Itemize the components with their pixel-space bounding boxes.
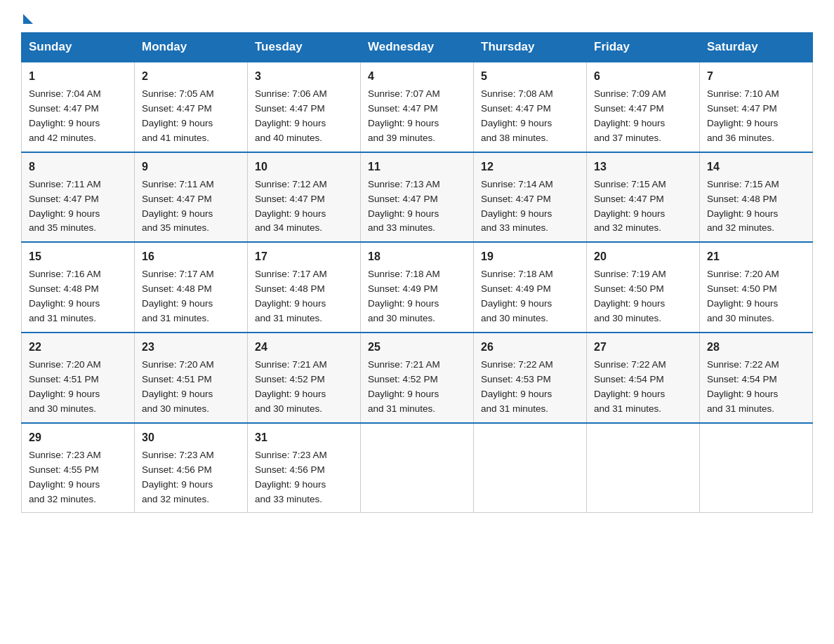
day-number: 25 [368, 339, 466, 356]
calendar-cell: 10Sunrise: 7:12 AMSunset: 4:47 PMDayligh… [248, 152, 361, 243]
day-number: 8 [29, 159, 127, 175]
calendar-cell [587, 423, 700, 513]
calendar-cell: 1Sunrise: 7:04 AMSunset: 4:47 PMDaylight… [22, 62, 135, 152]
day-number: 16 [142, 248, 240, 265]
day-number: 19 [481, 248, 579, 265]
calendar-cell: 31Sunrise: 7:23 AMSunset: 4:56 PMDayligh… [248, 423, 361, 513]
logo-triangle-icon [23, 14, 33, 24]
header-thursday: Thursday [474, 33, 587, 62]
day-info: Sunrise: 7:17 AMSunset: 4:48 PMDaylight:… [142, 269, 214, 323]
calendar-cell: 19Sunrise: 7:18 AMSunset: 4:49 PMDayligh… [474, 242, 587, 333]
calendar-cell: 13Sunrise: 7:15 AMSunset: 4:47 PMDayligh… [587, 152, 700, 243]
day-info: Sunrise: 7:07 AMSunset: 4:47 PMDaylight:… [368, 88, 440, 143]
calendar-cell: 12Sunrise: 7:14 AMSunset: 4:47 PMDayligh… [474, 152, 587, 243]
calendar-cell: 6Sunrise: 7:09 AMSunset: 4:47 PMDaylight… [587, 62, 700, 152]
header-sunday: Sunday [22, 33, 135, 62]
header-tuesday: Tuesday [248, 33, 361, 62]
day-info: Sunrise: 7:20 AMSunset: 4:51 PMDaylight:… [29, 359, 101, 414]
day-info: Sunrise: 7:21 AMSunset: 4:52 PMDaylight:… [255, 359, 327, 414]
day-number: 6 [594, 68, 692, 85]
header-row: SundayMondayTuesdayWednesdayThursdayFrid… [22, 33, 813, 62]
calendar-cell: 20Sunrise: 7:19 AMSunset: 4:50 PMDayligh… [587, 242, 700, 333]
day-number: 30 [142, 429, 240, 446]
calendar-cell [700, 423, 813, 513]
week-row-5: 29Sunrise: 7:23 AMSunset: 4:55 PMDayligh… [22, 423, 813, 513]
day-info: Sunrise: 7:10 AMSunset: 4:47 PMDaylight:… [707, 88, 779, 143]
day-info: Sunrise: 7:04 AMSunset: 4:47 PMDaylight:… [29, 88, 101, 143]
day-number: 21 [707, 248, 805, 265]
day-info: Sunrise: 7:22 AMSunset: 4:54 PMDaylight:… [594, 359, 666, 414]
week-row-3: 15Sunrise: 7:16 AMSunset: 4:48 PMDayligh… [22, 242, 813, 333]
day-number: 5 [481, 68, 579, 85]
calendar-cell: 11Sunrise: 7:13 AMSunset: 4:47 PMDayligh… [361, 152, 474, 243]
calendar-cell: 17Sunrise: 7:17 AMSunset: 4:48 PMDayligh… [248, 242, 361, 333]
day-number: 26 [481, 339, 579, 356]
calendar-cell: 2Sunrise: 7:05 AMSunset: 4:47 PMDaylight… [135, 62, 248, 152]
day-number: 12 [481, 159, 579, 175]
day-info: Sunrise: 7:23 AMSunset: 4:56 PMDaylight:… [255, 450, 327, 504]
day-info: Sunrise: 7:13 AMSunset: 4:47 PMDaylight:… [368, 179, 440, 234]
day-number: 22 [29, 339, 127, 356]
calendar-cell: 18Sunrise: 7:18 AMSunset: 4:49 PMDayligh… [361, 242, 474, 333]
day-number: 4 [368, 68, 466, 85]
day-info: Sunrise: 7:18 AMSunset: 4:49 PMDaylight:… [368, 269, 440, 323]
day-number: 3 [255, 68, 353, 85]
calendar-cell: 8Sunrise: 7:11 AMSunset: 4:47 PMDaylight… [22, 152, 135, 243]
day-info: Sunrise: 7:12 AMSunset: 4:47 PMDaylight:… [255, 179, 327, 234]
calendar-cell: 27Sunrise: 7:22 AMSunset: 4:54 PMDayligh… [587, 333, 700, 423]
day-number: 9 [142, 159, 240, 175]
calendar-cell: 14Sunrise: 7:15 AMSunset: 4:48 PMDayligh… [700, 152, 813, 243]
day-number: 20 [594, 248, 692, 265]
day-number: 15 [29, 248, 127, 265]
page-header [21, 14, 813, 20]
day-info: Sunrise: 7:05 AMSunset: 4:47 PMDaylight:… [142, 88, 214, 143]
calendar-cell: 5Sunrise: 7:08 AMSunset: 4:47 PMDaylight… [474, 62, 587, 152]
day-number: 23 [142, 339, 240, 356]
calendar-cell: 3Sunrise: 7:06 AMSunset: 4:47 PMDaylight… [248, 62, 361, 152]
calendar-cell: 25Sunrise: 7:21 AMSunset: 4:52 PMDayligh… [361, 333, 474, 423]
day-number: 7 [707, 68, 805, 85]
calendar-cell: 7Sunrise: 7:10 AMSunset: 4:47 PMDaylight… [700, 62, 813, 152]
day-info: Sunrise: 7:23 AMSunset: 4:55 PMDaylight:… [29, 450, 101, 504]
header-friday: Friday [587, 33, 700, 62]
day-number: 2 [142, 68, 240, 85]
day-info: Sunrise: 7:18 AMSunset: 4:49 PMDaylight:… [481, 269, 553, 323]
day-number: 27 [594, 339, 692, 356]
calendar-cell: 21Sunrise: 7:20 AMSunset: 4:50 PMDayligh… [700, 242, 813, 333]
day-info: Sunrise: 7:21 AMSunset: 4:52 PMDaylight:… [368, 359, 440, 414]
logo [21, 14, 33, 20]
calendar-cell: 22Sunrise: 7:20 AMSunset: 4:51 PMDayligh… [22, 333, 135, 423]
calendar-cell: 30Sunrise: 7:23 AMSunset: 4:56 PMDayligh… [135, 423, 248, 513]
week-row-4: 22Sunrise: 7:20 AMSunset: 4:51 PMDayligh… [22, 333, 813, 423]
calendar-cell: 15Sunrise: 7:16 AMSunset: 4:48 PMDayligh… [22, 242, 135, 333]
week-row-2: 8Sunrise: 7:11 AMSunset: 4:47 PMDaylight… [22, 152, 813, 243]
day-number: 10 [255, 159, 353, 175]
calendar-body: 1Sunrise: 7:04 AMSunset: 4:47 PMDaylight… [22, 62, 813, 513]
day-info: Sunrise: 7:15 AMSunset: 4:48 PMDaylight:… [707, 179, 779, 234]
day-info: Sunrise: 7:22 AMSunset: 4:53 PMDaylight:… [481, 359, 553, 414]
calendar-table: SundayMondayTuesdayWednesdayThursdayFrid… [21, 32, 813, 513]
day-info: Sunrise: 7:17 AMSunset: 4:48 PMDaylight:… [255, 269, 327, 323]
day-number: 24 [255, 339, 353, 356]
day-number: 13 [594, 159, 692, 175]
calendar-cell: 16Sunrise: 7:17 AMSunset: 4:48 PMDayligh… [135, 242, 248, 333]
day-info: Sunrise: 7:16 AMSunset: 4:48 PMDaylight:… [29, 269, 101, 323]
day-number: 28 [707, 339, 805, 356]
header-monday: Monday [135, 33, 248, 62]
day-info: Sunrise: 7:19 AMSunset: 4:50 PMDaylight:… [594, 269, 666, 323]
calendar-cell: 29Sunrise: 7:23 AMSunset: 4:55 PMDayligh… [22, 423, 135, 513]
calendar-cell [361, 423, 474, 513]
day-info: Sunrise: 7:11 AMSunset: 4:47 PMDaylight:… [29, 179, 101, 234]
calendar-cell: 9Sunrise: 7:11 AMSunset: 4:47 PMDaylight… [135, 152, 248, 243]
calendar-header: SundayMondayTuesdayWednesdayThursdayFrid… [22, 33, 813, 62]
calendar-cell: 23Sunrise: 7:20 AMSunset: 4:51 PMDayligh… [135, 333, 248, 423]
day-info: Sunrise: 7:14 AMSunset: 4:47 PMDaylight:… [481, 179, 553, 234]
day-number: 1 [29, 68, 127, 85]
calendar-cell: 24Sunrise: 7:21 AMSunset: 4:52 PMDayligh… [248, 333, 361, 423]
day-number: 31 [255, 429, 353, 446]
calendar-cell [474, 423, 587, 513]
day-info: Sunrise: 7:11 AMSunset: 4:47 PMDaylight:… [142, 179, 214, 234]
day-number: 11 [368, 159, 466, 175]
week-row-1: 1Sunrise: 7:04 AMSunset: 4:47 PMDaylight… [22, 62, 813, 152]
day-info: Sunrise: 7:08 AMSunset: 4:47 PMDaylight:… [481, 88, 553, 143]
